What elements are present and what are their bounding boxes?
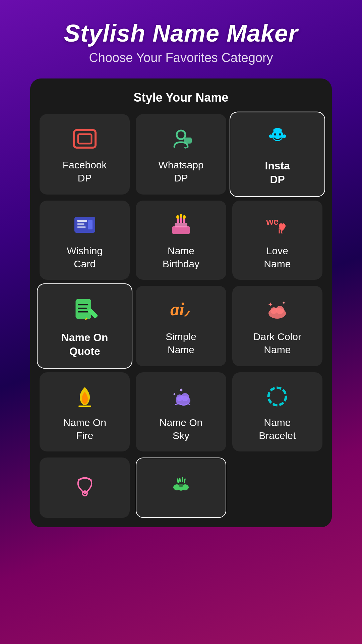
svg-rect-1 xyxy=(78,134,92,144)
category-love-name[interactable]: we it LoveName xyxy=(232,201,322,280)
card-title: Style Your Name xyxy=(40,91,322,105)
bottom-row xyxy=(40,458,322,518)
love-name-label: LoveName xyxy=(264,244,291,270)
svg-rect-3 xyxy=(184,138,192,144)
category-facebook-dp[interactable]: FacebookDP xyxy=(40,114,130,195)
app-title: Stylish Name Maker xyxy=(64,20,298,47)
wishing-card-icon xyxy=(71,211,98,238)
category-wishing-card[interactable]: WishingCard xyxy=(40,201,130,280)
category-whatsapp-dp[interactable]: WhatsappDP xyxy=(136,114,226,195)
svg-text:✦: ✦ xyxy=(282,300,286,306)
svg-rect-14 xyxy=(88,220,93,229)
simple-name-icon: ai xyxy=(168,297,194,324)
svg-point-22 xyxy=(183,215,186,219)
name-on-sky-label: Name OnSky xyxy=(160,416,202,442)
svg-rect-11 xyxy=(77,220,87,222)
name-on-fire-label: Name OnFire xyxy=(63,416,106,442)
svg-rect-16 xyxy=(175,223,187,227)
simple-name-label: SimpleName xyxy=(166,330,196,356)
main-card: Style Your Name FacebookDP xyxy=(30,78,332,527)
love-name-icon: we it xyxy=(264,211,291,238)
svg-text:✦: ✦ xyxy=(178,386,184,394)
name-on-sky-icon: ✦ ✦ xyxy=(168,383,194,410)
svg-rect-12 xyxy=(77,223,84,225)
name-on-quote-label: Name OnQuote xyxy=(61,330,108,358)
whatsapp-dp-label: WhatsappDP xyxy=(158,158,203,184)
svg-point-2 xyxy=(177,130,185,139)
svg-rect-13 xyxy=(77,226,86,228)
svg-text:it: it xyxy=(278,227,283,235)
empty-slot xyxy=(232,458,322,518)
category-name-on-sky[interactable]: ✦ ✦ Name OnSky xyxy=(136,372,226,451)
category-handshake[interactable] xyxy=(136,458,226,518)
app-header: Stylish Name Maker Choose Your Favorites… xyxy=(51,20,311,65)
category-simple-name[interactable]: ai SimpleName xyxy=(136,286,226,366)
svg-point-42 xyxy=(181,393,189,401)
dark-color-name-icon: ✦ ✦ xyxy=(264,297,291,324)
category-insta-dp[interactable]: InstaDP xyxy=(230,112,325,197)
category-grid: FacebookDP WhatsappDP xyxy=(40,114,322,451)
svg-point-7 xyxy=(269,135,273,138)
whatsapp-dp-icon xyxy=(168,125,194,152)
facebook-dp-icon xyxy=(71,125,98,152)
category-name-birthday[interactable]: NameBirthday xyxy=(136,201,226,280)
svg-text:✦: ✦ xyxy=(268,301,273,308)
name-bracelet-label: NameBracelet xyxy=(259,416,296,442)
category-name-bracelet[interactable]: NameBracelet xyxy=(232,372,322,451)
category-necklace[interactable] xyxy=(40,458,130,518)
name-on-fire-icon xyxy=(71,383,98,410)
svg-text:we: we xyxy=(266,216,279,227)
handshake-icon xyxy=(170,474,192,497)
category-name-on-fire[interactable]: Name OnFire xyxy=(40,372,130,451)
svg-text:✦: ✦ xyxy=(172,391,176,397)
name-on-quote-icon xyxy=(70,296,99,324)
facebook-dp-label: FacebookDP xyxy=(63,158,107,184)
svg-rect-25 xyxy=(75,299,91,319)
category-name-on-quote[interactable]: Name OnQuote xyxy=(37,283,132,369)
necklace-icon xyxy=(73,474,96,497)
insta-dp-label: InstaDP xyxy=(265,159,290,186)
app-subtitle: Choose Your Favorites Category xyxy=(64,51,298,65)
svg-point-21 xyxy=(180,214,182,218)
wishing-card-label: WishingCard xyxy=(67,244,103,270)
svg-point-43 xyxy=(268,388,286,405)
name-birthday-label: NameBirthday xyxy=(163,244,199,270)
svg-text:ai: ai xyxy=(170,299,184,319)
category-dark-color-name[interactable]: ✦ ✦ Dark ColorName xyxy=(232,286,322,366)
svg-point-20 xyxy=(176,215,179,219)
name-bracelet-icon xyxy=(264,383,291,410)
svg-point-45 xyxy=(179,483,183,487)
name-birthday-icon xyxy=(168,211,194,238)
svg-point-34 xyxy=(276,306,284,314)
insta-dp-icon xyxy=(263,124,292,152)
dark-color-name-label: Dark ColorName xyxy=(253,330,301,356)
